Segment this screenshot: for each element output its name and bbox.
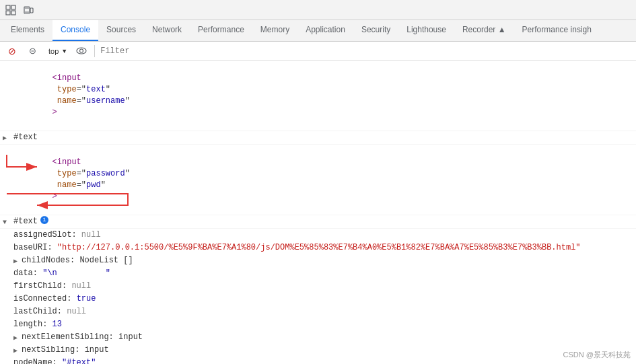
eye-icon-button[interactable] [74, 44, 89, 59]
tab-performance[interactable]: Performance [190, 20, 252, 41]
prop-key: data: [13, 268, 42, 279]
console-line-text-node-collapsed[interactable]: ▶ #text [0, 131, 636, 145]
prop-base-uri: baseURI: "http://127.0.0.1:5500/%E5%9F%B… [0, 242, 636, 254]
prop-length: length: 13 [0, 318, 636, 331]
prop-value: null [67, 306, 86, 318]
prop-last-child: lastChild: null [0, 305, 636, 318]
tab-elements[interactable]: Elements [3, 20, 52, 41]
prop-assigned-slot: assignedSlot: null [0, 229, 636, 242]
prop-value: NodeList [] [79, 255, 133, 266]
prop-value-uri: "http://127.0.0.1:5500/%E5%9F%BA%E7%A1%8… [57, 242, 581, 254]
inspect-element-button[interactable] [3, 2, 19, 18]
device-toolbar-button[interactable] [20, 2, 36, 18]
prop-key: lastChild: [13, 306, 67, 318]
prop-node-name: nodeName: "#text" [0, 357, 636, 364]
prop-key: assignedSlot: [13, 229, 81, 241]
block-button[interactable]: ⊝ [24, 43, 40, 59]
prop-value-data: "\n [42, 268, 57, 279]
prop-child-nodes[interactable]: ▶ childNodes: NodeList [] [0, 254, 636, 267]
prop-next-element-sibling[interactable]: ▶ nextElementSibling: input [0, 331, 636, 344]
prop-key: firstChild: [13, 281, 71, 292]
prop-value: true [77, 293, 96, 305]
html-tag: <input type="password" name="pwd" > [13, 145, 130, 214]
devtools-top-toolbar [0, 0, 636, 20]
expand-child-nodes-icon: ▶ [13, 256, 17, 267]
filter-input[interactable] [100, 44, 632, 58]
prop-value: "#text" [62, 357, 96, 364]
tabs-bar: Elements Console Sources Network Perform… [0, 20, 636, 42]
expand-arrow-open-icon: ▼ [3, 217, 7, 228]
prop-is-connected: isConnected: true [0, 293, 636, 305]
text-node-label: #text [13, 132, 38, 143]
prop-value: input [85, 344, 109, 356]
prop-value: null [71, 281, 91, 292]
tab-console[interactable]: Console [52, 20, 98, 41]
prop-value-quote: " [106, 268, 110, 279]
svg-point-8 [77, 48, 86, 54]
prop-key: nodeName: [13, 357, 62, 364]
info-icon: i [40, 216, 48, 224]
prop-key: nextSibling: [13, 344, 85, 356]
console-content: <input type="text" name="username" > ▶ #… [0, 61, 636, 364]
prop-key: baseURI: [13, 242, 57, 254]
console-line-input-password: <input type="password" name="pwd" > [0, 145, 636, 215]
chevron-down-icon: ▼ [61, 48, 67, 54]
prop-key: isConnected: [13, 293, 77, 305]
prop-key: childNodes: [13, 255, 79, 266]
tab-application[interactable]: Application [297, 20, 353, 41]
expand-next-elem-sibling-icon: ▶ [13, 332, 17, 344]
prop-first-child: firstChild: null [0, 280, 636, 293]
watermark: CSDN @景天科技苑 [563, 350, 631, 360]
tab-security[interactable]: Security [353, 20, 398, 41]
toolbar-separator [94, 45, 95, 57]
prop-value-spaces [57, 268, 106, 279]
expand-arrow-icon: ▶ [3, 133, 7, 144]
tab-sources[interactable]: Sources [98, 20, 144, 41]
prop-key: length: [13, 319, 52, 330]
expand-next-sibling-icon: ▶ [13, 345, 17, 357]
clear-console-button[interactable]: ⊘ [4, 43, 20, 59]
console-level-label: top [48, 47, 59, 55]
tab-memory[interactable]: Memory [252, 20, 297, 41]
console-level-selector[interactable]: top ▼ [44, 44, 71, 59]
console-line-text-node-expanded[interactable]: ▼ #text i [0, 215, 636, 229]
prop-value: input [118, 332, 143, 343]
text-node-expanded-label: #text [13, 216, 38, 227]
svg-rect-3 [11, 11, 15, 15]
tab-lighthouse[interactable]: Lighthouse [398, 20, 454, 41]
tab-network[interactable]: Network [144, 20, 190, 41]
devtools-window: Elements Console Sources Network Perform… [0, 0, 636, 364]
prop-value: null [81, 229, 101, 241]
svg-rect-2 [6, 11, 10, 15]
tab-recorder[interactable]: Recorder ▲ [454, 20, 514, 41]
html-tag: <input type="text" name="username" > [13, 61, 130, 130]
prop-key: nextElementSibling: [13, 332, 118, 343]
console-line-input-text: <input type="text" name="username" > [0, 61, 636, 131]
svg-rect-0 [6, 5, 10, 9]
tab-performance-insights[interactable]: Performance insigh [514, 20, 600, 41]
svg-rect-1 [11, 5, 15, 9]
svg-point-9 [80, 49, 83, 52]
prop-value: 13 [52, 319, 62, 330]
console-secondary-toolbar: ⊘ ⊝ top ▼ [0, 42, 636, 61]
svg-rect-5 [30, 8, 33, 13]
prop-data: data: "\n " [0, 267, 636, 280]
prop-next-sibling[interactable]: ▶ nextSibling: input [0, 344, 636, 357]
